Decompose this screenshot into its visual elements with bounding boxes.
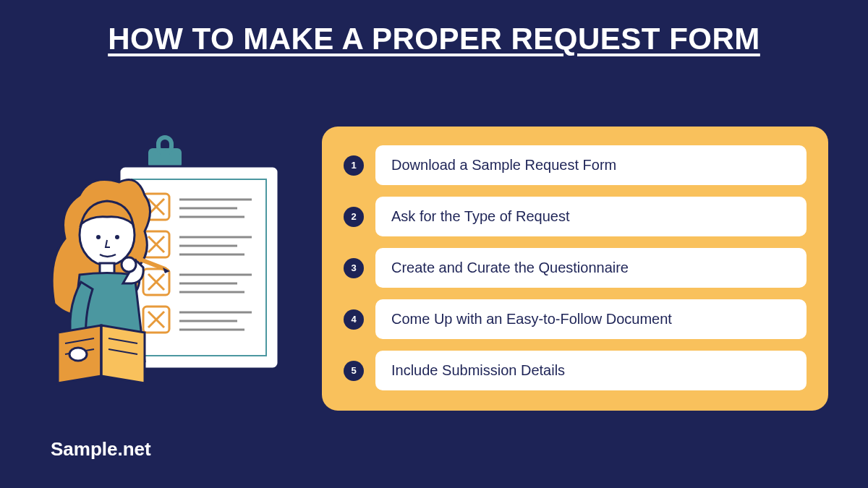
step-label: Come Up with an Easy-to-Follow Document [375, 299, 807, 339]
step-number-badge: 3 [344, 258, 364, 278]
step-number-badge: 1 [344, 155, 364, 176]
step-row: 4 Come Up with an Easy-to-Follow Documen… [344, 299, 807, 339]
step-label: Create and Curate the Questionnaire [375, 248, 807, 288]
woman-clipboard-illustration [51, 130, 297, 419]
step-row: 1 Download a Sample Request Form [344, 145, 807, 185]
svg-point-33 [122, 257, 136, 272]
step-label: Download a Sample Request Form [375, 145, 807, 185]
svg-point-30 [115, 235, 119, 239]
step-number-badge: 5 [344, 361, 364, 381]
step-number-badge: 4 [344, 309, 364, 330]
watermark: Sample.net [51, 438, 151, 461]
svg-point-39 [69, 348, 87, 361]
step-row: 2 Ask for the Type of Request [344, 197, 807, 236]
step-number-badge: 2 [344, 207, 364, 227]
page-title: HOW TO MAKE A PROPER REQUEST FORM [0, 0, 868, 59]
step-row: 3 Create and Curate the Questionnaire [344, 248, 807, 288]
steps-panel: 1 Download a Sample Request Form 2 Ask f… [322, 127, 828, 411]
step-label: Ask for the Type of Request [375, 197, 807, 236]
step-row: 5 Include Submission Details [344, 351, 807, 390]
svg-point-29 [96, 235, 101, 239]
step-label: Include Submission Details [375, 351, 807, 390]
